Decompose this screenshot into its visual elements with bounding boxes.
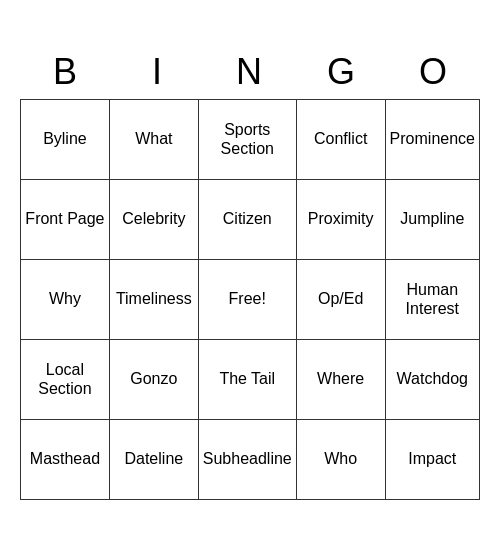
bingo-cell: Local Section bbox=[21, 340, 110, 420]
bingo-cell: Citizen bbox=[199, 180, 297, 260]
bingo-cell: Impact bbox=[386, 420, 480, 500]
cell-text: Citizen bbox=[223, 209, 272, 228]
cell-text: Timeliness bbox=[116, 289, 192, 308]
bingo-cell: Sports Section bbox=[199, 100, 297, 180]
cell-text: Subheadline bbox=[203, 449, 292, 468]
cell-text: Where bbox=[317, 369, 364, 388]
cell-text: Byline bbox=[43, 129, 87, 148]
bingo-cell: Gonzo bbox=[110, 340, 199, 420]
bingo-cell: Subheadline bbox=[199, 420, 297, 500]
bingo-cell: What bbox=[110, 100, 199, 180]
cell-text: The Tail bbox=[219, 369, 275, 388]
cell-text: Dateline bbox=[124, 449, 183, 468]
bingo-cell: Jumpline bbox=[386, 180, 480, 260]
bingo-cell: The Tail bbox=[199, 340, 297, 420]
header-letter: N bbox=[204, 45, 296, 99]
cell-text: Watchdog bbox=[397, 369, 468, 388]
cell-text: Free! bbox=[229, 289, 266, 308]
cell-text: Why bbox=[49, 289, 81, 308]
cell-text: What bbox=[135, 129, 172, 148]
cell-text: Sports Section bbox=[203, 120, 292, 158]
header-letter: O bbox=[388, 45, 480, 99]
cell-text: Who bbox=[324, 449, 357, 468]
cell-text: Proximity bbox=[308, 209, 374, 228]
cell-text: Front Page bbox=[25, 209, 104, 228]
bingo-cell: Op/Ed bbox=[297, 260, 386, 340]
cell-text: Conflict bbox=[314, 129, 367, 148]
bingo-cell: Prominence bbox=[386, 100, 480, 180]
bingo-cell: Conflict bbox=[297, 100, 386, 180]
bingo-cell: Timeliness bbox=[110, 260, 199, 340]
cell-text: Local Section bbox=[25, 360, 105, 398]
bingo-cell: Human Interest bbox=[386, 260, 480, 340]
bingo-cell: Where bbox=[297, 340, 386, 420]
bingo-cell: Front Page bbox=[21, 180, 110, 260]
cell-text: Masthead bbox=[30, 449, 100, 468]
cell-text: Impact bbox=[408, 449, 456, 468]
bingo-cell: Why bbox=[21, 260, 110, 340]
header-letter: B bbox=[20, 45, 112, 99]
header-letter: G bbox=[296, 45, 388, 99]
bingo-cell: Masthead bbox=[21, 420, 110, 500]
cell-text: Prominence bbox=[390, 129, 475, 148]
bingo-cell: Dateline bbox=[110, 420, 199, 500]
bingo-cell: Celebrity bbox=[110, 180, 199, 260]
bingo-card: BINGO BylineWhatSports SectionConflictPr… bbox=[20, 45, 480, 500]
bingo-header: BINGO bbox=[20, 45, 480, 99]
bingo-cell: Watchdog bbox=[386, 340, 480, 420]
bingo-cell: Free! bbox=[199, 260, 297, 340]
bingo-cell: Byline bbox=[21, 100, 110, 180]
cell-text: Human Interest bbox=[390, 280, 475, 318]
bingo-cell: Proximity bbox=[297, 180, 386, 260]
cell-text: Jumpline bbox=[400, 209, 464, 228]
cell-text: Gonzo bbox=[130, 369, 177, 388]
cell-text: Celebrity bbox=[122, 209, 185, 228]
header-letter: I bbox=[112, 45, 204, 99]
bingo-grid: BylineWhatSports SectionConflictProminen… bbox=[20, 99, 480, 500]
cell-text: Op/Ed bbox=[318, 289, 363, 308]
bingo-cell: Who bbox=[297, 420, 386, 500]
